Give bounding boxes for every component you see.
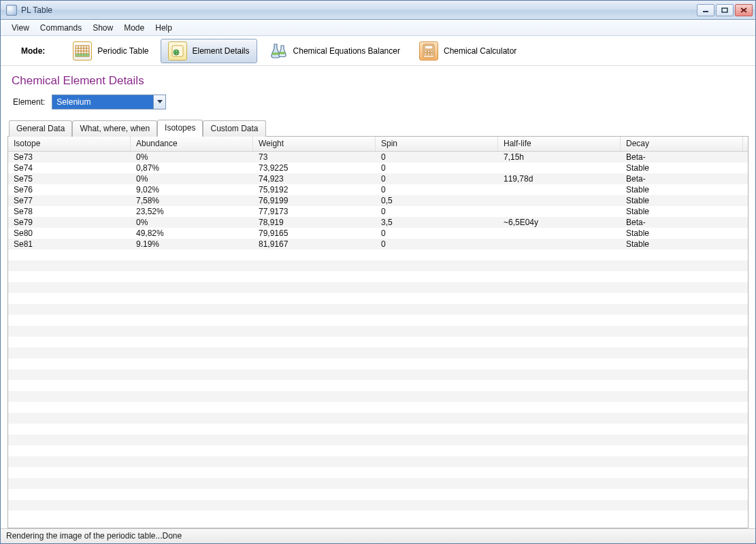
menu-view[interactable]: View bbox=[6, 21, 35, 35]
table-row-empty bbox=[8, 326, 748, 337]
toolbar-chemical-calculator[interactable]: Chemical Calculator bbox=[412, 39, 524, 63]
column-spin[interactable]: Spin bbox=[376, 137, 498, 151]
column-half-life[interactable]: Half-life bbox=[498, 137, 621, 151]
content-area: Chemical Element Details Element: Seleni… bbox=[1, 66, 755, 528]
table-cell: Se78 bbox=[8, 207, 131, 216]
titlebar: PL Table bbox=[1, 1, 755, 20]
table-row-empty bbox=[8, 347, 748, 358]
table-row-empty bbox=[8, 500, 748, 511]
svg-rect-1 bbox=[722, 8, 727, 12]
table-cell: 0% bbox=[131, 152, 253, 162]
menu-commands[interactable]: Commands bbox=[35, 21, 87, 35]
table-row-empty bbox=[8, 315, 748, 326]
table-cell: 0 bbox=[376, 185, 498, 194]
table-cell: Stable bbox=[621, 228, 743, 238]
table-cell: 9,02% bbox=[131, 185, 253, 194]
flask-icon bbox=[269, 41, 288, 61]
menu-help[interactable]: Help bbox=[150, 21, 178, 35]
menu-show[interactable]: Show bbox=[87, 21, 118, 35]
table-row-empty bbox=[8, 456, 748, 467]
column-weight[interactable]: Weight bbox=[253, 137, 376, 151]
table-cell: Se73 bbox=[8, 152, 131, 162]
status-text: Rendering the image of the periodic tabl… bbox=[6, 531, 182, 541]
table-row-empty bbox=[8, 358, 748, 369]
table-cell: 0% bbox=[131, 174, 253, 184]
tab-isotopes[interactable]: Isotopes bbox=[157, 120, 203, 137]
menubar: View Commands Show Mode Help bbox=[1, 20, 755, 36]
tabstrip: General Data What, where, when Isotopes … bbox=[9, 119, 749, 136]
table-row[interactable]: Se790%78,9193,5~6,5E04yBeta- bbox=[8, 217, 748, 228]
table-row[interactable]: Se819.19%81,91670Stable bbox=[8, 239, 748, 250]
toolbar-label: Chemical Equations Balancer bbox=[293, 46, 400, 56]
column-abundance[interactable]: Abundance bbox=[131, 137, 253, 151]
table-cell: Se77 bbox=[8, 196, 131, 205]
table-cell: 7,58% bbox=[131, 196, 253, 205]
menu-mode[interactable]: Mode bbox=[118, 21, 150, 35]
table-row[interactable]: Se7823,52%77,91730Stable bbox=[8, 206, 748, 217]
table-row[interactable]: Se769,02%75,91920Stable bbox=[8, 184, 748, 195]
toolbar-element-details[interactable]: H Element Details bbox=[161, 39, 257, 63]
table-row-empty bbox=[8, 337, 748, 347]
table-row[interactable]: Se777,58%76,91990,5Stable bbox=[8, 195, 748, 206]
table-cell: 23,52% bbox=[131, 207, 253, 216]
table-row[interactable]: Se730%7307,15hBeta- bbox=[8, 152, 748, 163]
svg-rect-12 bbox=[76, 54, 89, 56]
minimize-button[interactable] bbox=[697, 4, 714, 16]
table-cell: 3,5 bbox=[376, 218, 498, 227]
table-cell: 0 bbox=[376, 207, 498, 216]
maximize-icon bbox=[721, 7, 728, 13]
table-row-empty bbox=[8, 271, 748, 282]
table-header: Isotope Abundance Weight Spin Half-life … bbox=[8, 137, 748, 152]
close-button[interactable] bbox=[735, 4, 753, 16]
table-row-empty bbox=[8, 413, 748, 424]
table-cell: 9.19% bbox=[131, 239, 253, 249]
calculator-icon bbox=[419, 41, 438, 61]
table-cell: Stable bbox=[621, 239, 743, 249]
table-body[interactable]: Se730%7307,15hBeta-Se740,87%73,92250Stab… bbox=[8, 152, 748, 528]
toolbar-label: Periodic Table bbox=[97, 46, 148, 56]
table-cell: 79,9165 bbox=[253, 228, 376, 238]
table-row-empty bbox=[8, 424, 748, 435]
toolbar-equations-balancer[interactable]: Chemical Equations Balancer bbox=[261, 39, 408, 63]
tab-custom-data[interactable]: Custom Data bbox=[203, 120, 265, 137]
table-row-empty bbox=[8, 293, 748, 304]
minimize-icon bbox=[702, 7, 709, 13]
element-detail-icon: H bbox=[168, 41, 187, 61]
table-cell: 0,87% bbox=[131, 163, 253, 173]
combobox-arrow[interactable] bbox=[153, 95, 165, 109]
toolbar-periodic-table[interactable]: Periodic Table bbox=[65, 39, 156, 63]
table-row[interactable]: Se750%74,9230119,78dBeta- bbox=[8, 173, 748, 184]
element-combobox[interactable]: Selenium bbox=[52, 95, 166, 109]
table-row[interactable]: Se740,87%73,92250Stable bbox=[8, 163, 748, 173]
table-cell: Beta- bbox=[621, 174, 743, 184]
maximize-button[interactable] bbox=[716, 4, 734, 16]
column-isotope[interactable]: Isotope bbox=[8, 137, 131, 151]
table-cell: 0% bbox=[131, 218, 253, 227]
table-cell: 73,9225 bbox=[253, 163, 376, 173]
table-row-empty bbox=[8, 511, 748, 522]
table-cell: 74,923 bbox=[253, 174, 376, 184]
column-decay[interactable]: Decay bbox=[621, 137, 743, 151]
table-row-empty bbox=[8, 380, 748, 391]
element-selector-row: Element: Selenium bbox=[13, 95, 749, 109]
table-cell: 0 bbox=[376, 174, 498, 184]
window-controls bbox=[697, 4, 753, 16]
table-row-empty bbox=[8, 478, 748, 489]
table-cell: 73 bbox=[253, 152, 376, 162]
table-cell: Se74 bbox=[8, 163, 131, 173]
toolbar-label: Element Details bbox=[193, 46, 250, 56]
table-row-empty bbox=[8, 282, 748, 293]
table-row[interactable]: Se8049,82%79,91650Stable bbox=[8, 228, 748, 239]
svg-rect-20 bbox=[431, 50, 433, 52]
svg-rect-18 bbox=[425, 50, 427, 52]
table-row-empty bbox=[8, 402, 748, 413]
tab-general-data[interactable]: General Data bbox=[9, 120, 72, 137]
svg-rect-17 bbox=[425, 46, 433, 49]
table-cell: Se75 bbox=[8, 174, 131, 184]
table-cell: Stable bbox=[621, 185, 743, 194]
tab-what-where-when[interactable]: What, where, when bbox=[72, 120, 157, 137]
svg-text:H: H bbox=[174, 50, 178, 55]
toolbar: Mode: Periodic Table H Element Details C… bbox=[1, 36, 755, 66]
table-cell: 0 bbox=[376, 163, 498, 173]
table-cell: 0 bbox=[376, 152, 498, 162]
